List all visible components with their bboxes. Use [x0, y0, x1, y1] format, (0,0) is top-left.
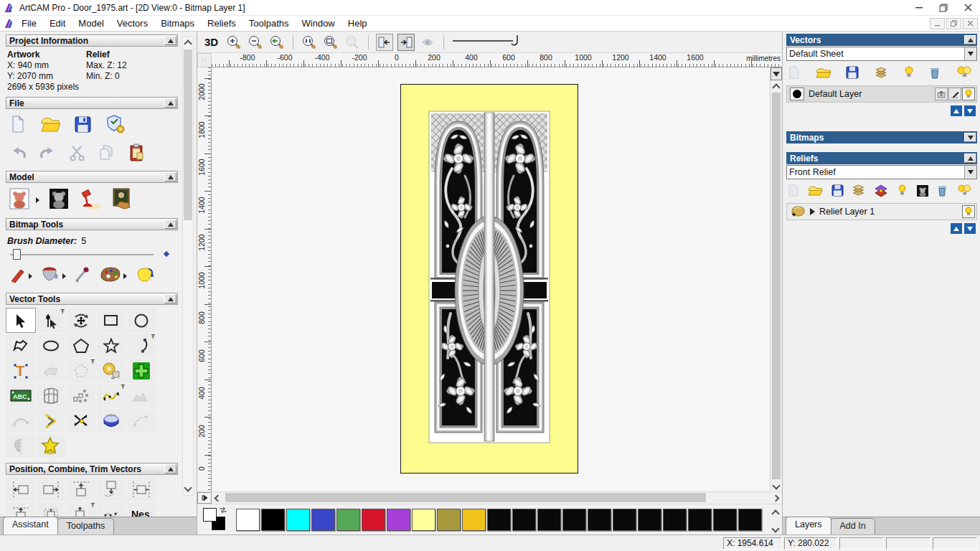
greyscale-preview-icon[interactable] [916, 184, 929, 199]
create-rectangle-tool[interactable] [96, 308, 126, 333]
palette-swatch-9[interactable] [462, 509, 486, 531]
layer-colour-swatch[interactable] [790, 88, 804, 100]
scrollbar-thumb[interactable] [772, 93, 781, 479]
all-layers-visible-icon[interactable] [956, 65, 973, 82]
scroll-up-arrow[interactable] [771, 509, 779, 517]
move-layer-down-button[interactable] [964, 105, 976, 116]
collapse-button[interactable] [964, 35, 976, 44]
layer-name[interactable]: Default Layer [804, 89, 934, 99]
palette-swatch-13[interactable] [562, 509, 586, 531]
create-polygon-tool[interactable] [66, 333, 96, 358]
flood-fill-icon[interactable] [39, 265, 61, 287]
menu-file[interactable]: File [15, 17, 43, 30]
palette-swatch-7[interactable] [412, 509, 435, 531]
model-from-greyscale-icon[interactable] [48, 187, 70, 212]
scroll-up-arrow[interactable] [183, 37, 193, 48]
mirror-vectors-tool-disabled[interactable] [6, 433, 36, 458]
tab-layers[interactable]: Layers [786, 517, 831, 534]
scrollbar-track[interactable] [224, 492, 770, 504]
bitmap-doctor-icon[interactable] [134, 265, 156, 287]
tab-add-in[interactable]: Add In [831, 518, 875, 534]
previous-bitmap-layer-icon[interactable] [376, 34, 393, 51]
nudge-tool[interactable]: Ŧ [96, 383, 126, 408]
ruler-origin-icon[interactable]: ∷ [197, 53, 212, 67]
collapse-button[interactable] [964, 154, 976, 163]
vector-doctor-tool[interactable] [126, 358, 156, 383]
create-star-tool[interactable] [96, 333, 126, 358]
merge-up-icon[interactable] [935, 88, 948, 100]
fit-vectors-to-relief-disabled[interactable] [126, 383, 156, 408]
all-reliefs-visible-icon[interactable] [956, 184, 973, 199]
palette-swatch-17[interactable] [663, 509, 687, 531]
palette-scrollbar[interactable] [770, 506, 781, 534]
layer-name[interactable]: Relief Layer 1 [815, 207, 961, 217]
menu-vectors[interactable]: Vectors [110, 17, 154, 30]
delete-layer-icon[interactable] [929, 66, 941, 81]
toggle-layer-visibility-icon[interactable] [903, 65, 915, 82]
menu-help[interactable]: Help [341, 17, 374, 30]
new-model-icon[interactable] [9, 114, 27, 136]
scrollbar-thumb[interactable] [184, 50, 192, 220]
wrap-text-tool-disabled[interactable] [36, 358, 66, 383]
relief-layer-row[interactable]: Relief Layer 1 [786, 203, 977, 220]
measure-tool-disabled[interactable]: Ŧ [66, 358, 96, 383]
layer-visibility-icon[interactable] [962, 88, 975, 100]
palette-swatch-0[interactable] [236, 509, 260, 531]
dimension-tool[interactable] [96, 358, 126, 383]
scroll-left-arrow[interactable] [212, 492, 224, 504]
paste-icon[interactable] [128, 143, 146, 165]
redo-icon[interactable] [39, 145, 57, 163]
toggle-relief-visibility-icon[interactable] [897, 184, 908, 199]
create-freehand-polyline-tool[interactable] [6, 333, 36, 358]
delete-relief-icon[interactable] [937, 184, 948, 199]
collapse-button[interactable] [164, 220, 176, 229]
extrude-tool[interactable] [96, 408, 126, 433]
scroll-right-arrow[interactable] [770, 492, 782, 504]
zoom-previous-icon[interactable] [268, 34, 286, 51]
tab-assistant[interactable]: Assistant [3, 517, 58, 534]
align-bottom-tool[interactable] [96, 476, 126, 501]
create-text-tool[interactable]: T [6, 358, 36, 383]
zoom-to-object-icon-disabled[interactable] [344, 34, 361, 51]
palette-swatch-1[interactable] [261, 509, 285, 531]
primary-colour-swatch[interactable] [203, 508, 217, 522]
palette-swatch-6[interactable] [387, 509, 410, 531]
create-vector-boundary-tool[interactable] [36, 433, 66, 458]
next-bitmap-layer-icon[interactable] [397, 34, 415, 51]
relief-visibility-icon[interactable] [962, 205, 975, 218]
cut-icon[interactable] [69, 144, 86, 164]
paint-brush-icon[interactable] [9, 265, 27, 286]
palette-swatch-12[interactable] [537, 509, 561, 531]
dropdown-arrow-icon[interactable] [964, 47, 976, 60]
copy-icon[interactable] [98, 143, 116, 164]
palette-swatch-14[interactable] [588, 509, 611, 531]
block-copy-rotate-tool[interactable] [66, 383, 96, 408]
tab-toolpaths[interactable]: Toolpaths [57, 518, 115, 534]
scroll-down-arrow[interactable] [184, 484, 192, 491]
brush-diameter-slider[interactable] [7, 248, 169, 260]
minimize-button[interactable] [907, 0, 931, 16]
drawing-canvas[interactable] [212, 67, 770, 491]
save-layer-icon[interactable] [846, 66, 859, 81]
palette-swatch-15[interactable] [613, 509, 636, 531]
undo-icon[interactable] [9, 145, 27, 163]
save-model-icon[interactable] [73, 114, 92, 136]
paste-text-along-curve-tool[interactable]: ABC [6, 383, 36, 408]
menu-toolpaths[interactable]: Toolpaths [242, 17, 296, 30]
palette-swatch-3[interactable] [311, 509, 335, 531]
mdi-restore-button[interactable] [946, 18, 961, 29]
transfer-relief-layer-icon[interactable] [874, 184, 888, 199]
collapse-button[interactable] [164, 464, 176, 474]
palette-swatch-16[interactable] [638, 509, 661, 531]
create-arc-tool[interactable]: Ŧ [126, 333, 156, 358]
node-editing-tool[interactable]: Ŧ [36, 308, 66, 333]
move-layer-up-button[interactable] [951, 105, 962, 116]
create-ellipse-tool[interactable] [36, 333, 66, 358]
mdi-minimize-button[interactable] [930, 18, 945, 29]
scrollbar-thumb[interactable] [225, 493, 706, 502]
zoom-in-icon[interactable] [225, 34, 242, 51]
open-relief-icon[interactable] [808, 184, 823, 199]
menu-edit[interactable]: Edit [43, 17, 72, 30]
door-relief-artwork[interactable] [400, 84, 578, 474]
move-layer-up-button[interactable] [951, 223, 962, 234]
